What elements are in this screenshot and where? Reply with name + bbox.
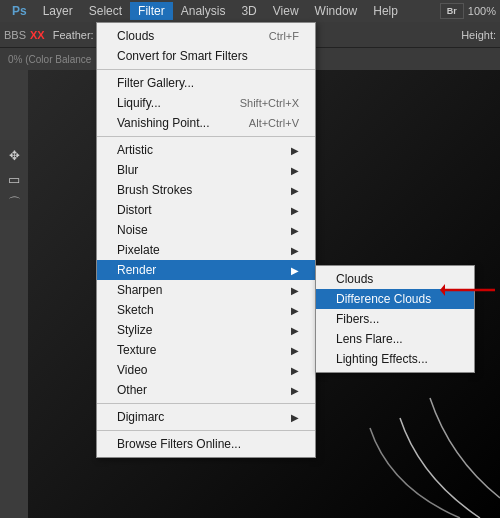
arrow-artistic: ▶ bbox=[291, 145, 299, 156]
menu-item-sketch[interactable]: Sketch ▶ bbox=[97, 300, 315, 320]
menu-item-convert[interactable]: Convert for Smart Filters bbox=[97, 46, 315, 66]
menu-item-distort[interactable]: Distort ▶ bbox=[97, 200, 315, 220]
feather-label: Feather: bbox=[53, 29, 94, 41]
menu-item-stylize[interactable]: Stylize ▶ bbox=[97, 320, 315, 340]
menu-item-other[interactable]: Other ▶ bbox=[97, 380, 315, 400]
toolbar-xx-label: XX bbox=[30, 29, 45, 41]
tool-move[interactable]: ✥ bbox=[3, 144, 25, 166]
arrow-sketch: ▶ bbox=[291, 305, 299, 316]
menu-item-artistic[interactable]: Artistic ▶ bbox=[97, 140, 315, 160]
menubar-item-select[interactable]: Select bbox=[81, 2, 130, 20]
arrow-pixelate: ▶ bbox=[291, 245, 299, 256]
arrow-sharpen: ▶ bbox=[291, 285, 299, 296]
sep1 bbox=[97, 69, 315, 70]
menu-item-clouds[interactable]: Clouds Ctrl+F bbox=[97, 26, 315, 46]
menu-item-liquify[interactable]: Liquify... Shift+Ctrl+X bbox=[97, 93, 315, 113]
br-badge[interactable]: Br bbox=[440, 3, 464, 19]
render-submenu-item-lighting-effects[interactable]: Lighting Effects... bbox=[316, 349, 474, 369]
menubar-item-help[interactable]: Help bbox=[365, 2, 406, 20]
menu-item-digimarc[interactable]: Digimarc ▶ bbox=[97, 407, 315, 427]
sep2 bbox=[97, 136, 315, 137]
toolbar-bbs-label: BBS bbox=[4, 29, 26, 41]
arrow-render: ▶ bbox=[291, 265, 299, 276]
zoom-level: 100% bbox=[468, 5, 496, 17]
menubar-item-layer[interactable]: Layer bbox=[35, 2, 81, 20]
arrow-video: ▶ bbox=[291, 365, 299, 376]
render-submenu-item-lens-flare[interactable]: Lens Flare... bbox=[316, 329, 474, 349]
menu-item-brush-strokes[interactable]: Brush Strokes ▶ bbox=[97, 180, 315, 200]
svg-marker-1 bbox=[440, 284, 445, 296]
arrow-noise: ▶ bbox=[291, 225, 299, 236]
menu-item-pixelate[interactable]: Pixelate ▶ bbox=[97, 240, 315, 260]
menu-item-noise[interactable]: Noise ▶ bbox=[97, 220, 315, 240]
menubar-item-3d[interactable]: 3D bbox=[233, 2, 264, 20]
menu-item-texture[interactable]: Texture ▶ bbox=[97, 340, 315, 360]
menubar-item-filter[interactable]: Filter bbox=[130, 2, 173, 20]
arrow-brush: ▶ bbox=[291, 185, 299, 196]
arrow-digimarc: ▶ bbox=[291, 412, 299, 423]
menu-item-sharpen[interactable]: Sharpen ▶ bbox=[97, 280, 315, 300]
red-arrow bbox=[440, 278, 500, 305]
filter-menu: Clouds Ctrl+F Convert for Smart Filters … bbox=[96, 22, 316, 458]
arrow-other: ▶ bbox=[291, 385, 299, 396]
tool-select-rect[interactable]: ▭ bbox=[3, 168, 25, 190]
menubar-item-view[interactable]: View bbox=[265, 2, 307, 20]
menu-item-render[interactable]: Render ▶ bbox=[97, 260, 315, 280]
menu-item-filter-gallery[interactable]: Filter Gallery... bbox=[97, 73, 315, 93]
menubar-item-analysis[interactable]: Analysis bbox=[173, 2, 234, 20]
menu-item-blur[interactable]: Blur ▶ bbox=[97, 160, 315, 180]
render-submenu-item-fibers[interactable]: Fibers... bbox=[316, 309, 474, 329]
height-label: Height: bbox=[461, 29, 496, 41]
menubar-item-window[interactable]: Window bbox=[307, 2, 366, 20]
menubar-item-ps[interactable]: Ps bbox=[4, 2, 35, 20]
arrow-distort: ▶ bbox=[291, 205, 299, 216]
arrow-stylize: ▶ bbox=[291, 325, 299, 336]
menu-item-video[interactable]: Video ▶ bbox=[97, 360, 315, 380]
sep3 bbox=[97, 403, 315, 404]
menu-item-vanishing[interactable]: Vanishing Point... Alt+Ctrl+V bbox=[97, 113, 315, 133]
left-toolbar: ✥ ▭ ⌒ bbox=[0, 140, 28, 220]
sep4 bbox=[97, 430, 315, 431]
color-balance-tab: 0% (Color Balance bbox=[0, 54, 99, 65]
arrow-texture: ▶ bbox=[291, 345, 299, 356]
menu-item-browse[interactable]: Browse Filters Online... bbox=[97, 434, 315, 454]
arrow-blur: ▶ bbox=[291, 165, 299, 176]
tool-lasso[interactable]: ⌒ bbox=[3, 192, 25, 214]
menubar: Ps Layer Select Filter Analysis 3D View … bbox=[0, 0, 500, 22]
